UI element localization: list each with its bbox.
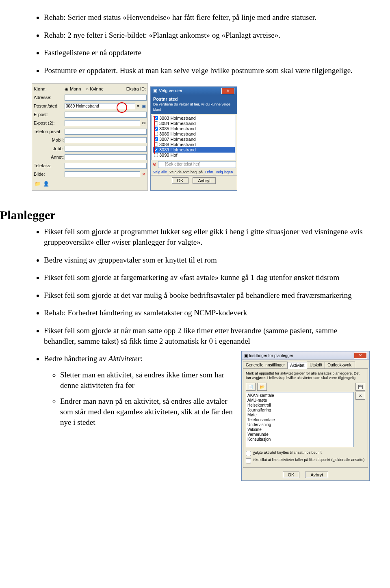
list-item[interactable]: 3085 Holmestrand bbox=[153, 126, 235, 131]
delete-icon[interactable]: ✕ bbox=[140, 171, 147, 177]
link-velg-alle[interactable]: Velg alle bbox=[153, 170, 167, 174]
list-item[interactable]: Konsultasjon bbox=[247, 437, 352, 442]
label-epost2: E-post (2): bbox=[34, 120, 65, 126]
label-bilde: Bilde: bbox=[34, 171, 65, 177]
list-item[interactable]: AKAN-samtale bbox=[247, 393, 352, 398]
window-icon: ▣ bbox=[153, 88, 157, 94]
label-jobb: Jobb: bbox=[34, 146, 65, 152]
text-velg-beg: Velg de som beg. på bbox=[169, 170, 203, 174]
popup-title: Velg verdier bbox=[159, 88, 182, 94]
checkbox-label: Valgte aktivitet knyttes til ansatt hos … bbox=[253, 450, 321, 455]
list-item[interactable]: 3090 Hof bbox=[153, 153, 235, 158]
field-epost2[interactable] bbox=[65, 120, 140, 126]
tab[interactable]: Generelle innstillinger bbox=[243, 362, 288, 368]
field-telefaks[interactable] bbox=[65, 163, 147, 169]
win2-title: Instillinger for planlegger bbox=[249, 353, 293, 358]
bullet: Fikset feil som gjorde at programmet luk… bbox=[44, 226, 370, 247]
aktivitet-list[interactable]: AKAN-samtaleAMU-møteHelsekontrollJournal… bbox=[246, 392, 354, 447]
popup-velg-verdier: ▣Velg verdier ✕ Postnr sted De verdiene … bbox=[150, 86, 237, 191]
field-annet[interactable] bbox=[65, 154, 147, 160]
label-mobil: Mobil: bbox=[34, 137, 65, 143]
filter-icon[interactable]: ▣ bbox=[141, 103, 147, 109]
avbryt-button[interactable]: Avbryt bbox=[193, 177, 216, 184]
dropdown-icon[interactable]: ▾ bbox=[135, 103, 141, 109]
list-item[interactable]: 3089 Holmestrand bbox=[153, 147, 235, 153]
bullet: Fastlegelistene er nå oppdaterte bbox=[44, 47, 370, 58]
field-jobb[interactable] bbox=[65, 146, 147, 152]
label-annet: Annet: bbox=[34, 154, 65, 160]
search-input[interactable]: [Søk etter tekst her] bbox=[158, 161, 236, 168]
user-icon[interactable]: 👤 bbox=[43, 181, 49, 187]
label-kjonn: Kjønn: bbox=[34, 86, 65, 92]
bullet: Rehab: Forbedret håndtering av samletaks… bbox=[44, 308, 370, 318]
window-icon: ▣ bbox=[244, 353, 248, 358]
folder-icon[interactable]: 📁 bbox=[35, 181, 41, 187]
panel-info: Merk at oppsettet for aktivitet gjelder … bbox=[246, 371, 365, 381]
tab[interactable]: Aktivitet bbox=[287, 362, 307, 369]
label-telefaks: Telefaks: bbox=[34, 163, 65, 169]
field-adresse[interactable] bbox=[65, 95, 147, 101]
bullet: Fikset feil som gjorde at når man satte … bbox=[44, 325, 370, 346]
label-epost: E-post: bbox=[34, 112, 65, 118]
popup-list[interactable]: 3083 Holmestrand3084 Holmestrand3085 Hol… bbox=[152, 115, 236, 160]
list-item[interactable]: AMU-møte bbox=[247, 398, 352, 403]
label-ekstra: Ekstra ID: bbox=[126, 86, 147, 92]
list-item[interactable]: Møte bbox=[247, 412, 352, 417]
bullet: Postnumre er oppdatert. Husk at man kan … bbox=[44, 65, 370, 76]
section-heading: Planlegger bbox=[0, 207, 370, 224]
checkbox-label: Ikke tillat at like aktiviteter faller p… bbox=[253, 458, 364, 462]
radio-mann[interactable]: ◉ Mann bbox=[65, 86, 86, 92]
close-icon[interactable]: ✕ bbox=[354, 352, 367, 359]
tab[interactable]: Outlook-synk. bbox=[325, 362, 355, 368]
list-item[interactable]: Vernerunde bbox=[247, 432, 352, 437]
highlight-strip bbox=[153, 116, 155, 154]
ok-button[interactable]: OK bbox=[172, 177, 189, 184]
delete-icon[interactable]: ✕ bbox=[355, 392, 365, 400]
list-item[interactable]: 3083 Holmestrand bbox=[153, 116, 235, 121]
mail-icon[interactable]: ✉ bbox=[140, 120, 147, 126]
field-tlf[interactable] bbox=[65, 129, 147, 135]
clear-search-icon[interactable]: ⊗ bbox=[152, 161, 157, 168]
field-postnr[interactable]: 3089 Holmestrand bbox=[65, 103, 135, 109]
popup-subtext: De verdiene du velger ut her, vil du kun… bbox=[153, 102, 230, 111]
list-item[interactable]: 3088 Holmestrand bbox=[153, 142, 235, 147]
label-tlf: Telefon privat: bbox=[34, 129, 65, 135]
field-bilde[interactable] bbox=[65, 171, 140, 177]
avbryt-button[interactable]: Avbryt bbox=[305, 472, 328, 478]
new-icon[interactable]: 📄 bbox=[246, 383, 256, 391]
bullet: Fikset feil som gjorde at det var mulig … bbox=[44, 290, 370, 301]
label-postnr: Postnr./sted: bbox=[34, 103, 65, 109]
field-mobil[interactable] bbox=[65, 137, 147, 143]
bullet: Fikset feil som gjorde at fargemarkering… bbox=[44, 272, 370, 283]
close-icon[interactable]: ✕ bbox=[221, 88, 234, 94]
popup-subheading: Postnr sted bbox=[153, 97, 178, 101]
bullet-aktiviteter: ▣ Instillinger for planlegger ✕ Generell… bbox=[44, 353, 370, 481]
screenshot-postnumre: Kjønn: ◉ Mann ○ Kvinne Ekstra ID: Adress… bbox=[32, 83, 370, 191]
list-item[interactable]: Helsekontroll bbox=[247, 403, 352, 407]
open-icon[interactable]: 📂 bbox=[257, 383, 267, 391]
bullet: Rehab: 2 nye felter i Serie-bildet: «Pla… bbox=[44, 30, 370, 41]
list-item[interactable]: Vaksine bbox=[247, 427, 352, 432]
field-epost[interactable] bbox=[65, 112, 147, 118]
bullet: Rehab: Serier med status «Henvendelse» h… bbox=[44, 12, 370, 23]
screenshot-aktiviteter: ▣ Instillinger for planlegger ✕ Generell… bbox=[241, 351, 370, 481]
save-icon[interactable]: 💾 bbox=[355, 383, 365, 391]
link-velg-ingen[interactable]: Velg ingen bbox=[216, 170, 233, 174]
checkbox-knyttes-bedrift[interactable] bbox=[246, 451, 251, 456]
list-item[interactable]: Telefonsamtale bbox=[247, 417, 352, 422]
list-item[interactable]: 3086 Holmestrand bbox=[153, 131, 235, 137]
radio-kvinne[interactable]: ○ Kvinne bbox=[86, 86, 108, 92]
bullet: Bedre visning av gruppeavtaler som er kn… bbox=[44, 255, 370, 265]
list-item[interactable]: 3087 Holmestrand bbox=[153, 137, 235, 142]
list-item[interactable]: Journalføring bbox=[247, 407, 352, 412]
label-adresse: Adresse: bbox=[34, 95, 65, 101]
link-utfor[interactable]: Utfør bbox=[205, 170, 213, 174]
ok-button[interactable]: OK bbox=[283, 472, 300, 478]
list-item[interactable]: 3084 Holmestrand bbox=[153, 121, 235, 126]
list-item[interactable]: Undervisning bbox=[247, 422, 352, 427]
checkbox-ikke-tillat[interactable] bbox=[246, 458, 251, 463]
tab[interactable]: Utskrift bbox=[307, 362, 325, 368]
